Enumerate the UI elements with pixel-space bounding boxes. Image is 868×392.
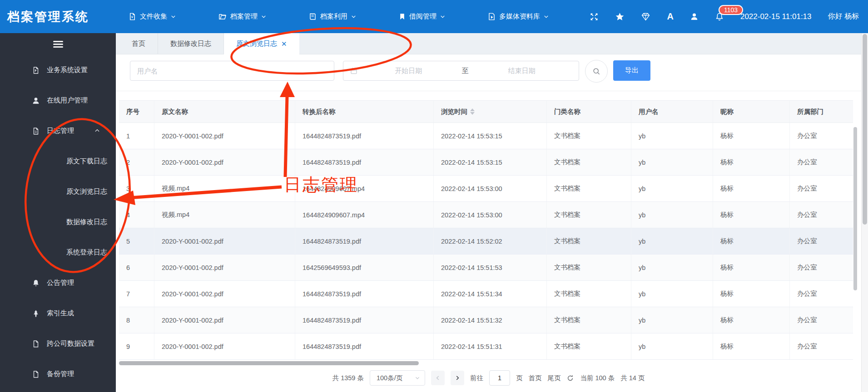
cell-original-name: 2020-Y-0001-002.pdf xyxy=(154,333,295,359)
table-row: 5 2020-Y-0001-002.pdf 1644824873519.pdf … xyxy=(119,228,853,255)
sidebar-item-label: 在线用户管理 xyxy=(47,96,88,105)
table-row: 6 2020-Y-0001-002.pdf 1642569649593.pdf … xyxy=(119,255,853,281)
cell-username: yb xyxy=(631,202,713,228)
nav-archive-management[interactable]: 档案管理 xyxy=(218,12,267,21)
tab-original-browse-log[interactable]: 原文浏览日志 ✕ xyxy=(224,33,299,54)
cell-index: 7 xyxy=(119,281,154,307)
cell-original-name: 视频.mp4 xyxy=(154,202,295,228)
sidebar-item-original-download-log[interactable]: 原文下载日志 xyxy=(0,146,116,176)
calendar-icon xyxy=(350,67,358,75)
sidebar-collapse-button[interactable] xyxy=(0,33,116,55)
prev-page-button[interactable] xyxy=(431,371,445,385)
cell-department: 办公室 xyxy=(790,176,853,201)
cell-username: yb xyxy=(631,255,713,280)
hamburger-icon xyxy=(53,41,63,42)
tab-home[interactable]: 首页 xyxy=(119,33,158,54)
font-size-icon[interactable]: A xyxy=(667,11,673,22)
cell-index: 3 xyxy=(119,176,154,201)
user-icon[interactable] xyxy=(690,12,699,21)
cell-index: 6 xyxy=(119,255,154,280)
goto-label: 前往 xyxy=(470,374,483,382)
sidebar-item-index-generation[interactable]: 索引生成 xyxy=(0,298,116,328)
sidebar: 业务系统设置 在线用户管理 日志管理 原文下载日志 原文浏览日志 数据修改日志 … xyxy=(0,33,116,392)
chevron-down-icon xyxy=(261,14,267,20)
cell-browse-time: 2022-02-14 15:52:02 xyxy=(434,228,547,254)
cell-nickname: 杨标 xyxy=(713,255,790,280)
document-icon xyxy=(128,12,137,21)
horizontal-scrollbar[interactable] xyxy=(119,361,419,365)
cell-category: 文书档案 xyxy=(547,281,631,307)
cell-nickname: 杨标 xyxy=(713,281,790,307)
page-number-input[interactable] xyxy=(489,370,510,386)
notification-bell-icon[interactable]: 1103 xyxy=(715,12,724,21)
sidebar-item-announcement[interactable]: 公告管理 xyxy=(0,268,116,298)
page-scrollbar[interactable] xyxy=(861,33,868,392)
username-input[interactable] xyxy=(130,61,334,81)
cell-category: 文书档案 xyxy=(547,202,631,228)
chevron-down-icon xyxy=(440,14,446,20)
sidebar-item-backup-management[interactable]: 备份管理 xyxy=(0,359,116,389)
sidebar-item-label: 公告管理 xyxy=(47,279,74,287)
cell-department: 办公室 xyxy=(790,281,853,307)
sidebar-item-cross-company-settings[interactable]: 跨公司数据设置 xyxy=(0,328,116,359)
user-greeting: 你好 杨标 xyxy=(828,12,859,21)
table-row: 8 2020-Y-0001-002.pdf 1644824873519.pdf … xyxy=(119,307,853,333)
export-button[interactable]: 导出 xyxy=(613,60,650,81)
cell-category: 文书档案 xyxy=(547,255,631,280)
spacer xyxy=(116,91,861,100)
next-page-button[interactable] xyxy=(451,371,464,385)
sidebar-item-label: 业务系统设置 xyxy=(47,66,88,74)
tab-bar: 首页 数据修改日志 原文浏览日志 ✕ xyxy=(116,33,861,54)
sidebar-item-original-browse-log[interactable]: 原文浏览日志 xyxy=(0,176,116,207)
cell-department: 办公室 xyxy=(790,255,853,280)
column-header-browse-time: 浏览时间 xyxy=(434,101,547,122)
cell-converted-name: 1644824873519.pdf xyxy=(295,333,434,359)
document-settings-icon xyxy=(32,66,40,74)
sidebar-item-system-login-log[interactable]: 系统登录日志 xyxy=(0,237,116,268)
bell-icon xyxy=(32,279,40,287)
cell-username: yb xyxy=(631,333,713,359)
cell-category: 文书档案 xyxy=(547,333,631,359)
column-header-original-name: 原文名称 xyxy=(154,101,295,122)
cell-browse-time: 2022-02-14 15:53:15 xyxy=(434,123,547,149)
nav-file-collection[interactable]: 文件收集 xyxy=(128,12,176,21)
page-size-select[interactable]: 100条/页 xyxy=(370,370,425,386)
favorite-star-icon[interactable] xyxy=(615,12,625,21)
theme-gem-icon[interactable] xyxy=(641,12,650,21)
cell-original-name: 2020-Y-0001-002.pdf xyxy=(154,228,295,254)
close-icon[interactable]: ✕ xyxy=(281,40,287,47)
sidebar-group-log-management[interactable]: 日志管理 xyxy=(0,116,116,146)
nav-multimedia-library[interactable]: 多媒体资料库 xyxy=(487,12,549,21)
last-page-button[interactable]: 尾页 xyxy=(547,374,560,382)
cell-nickname: 杨标 xyxy=(713,202,790,228)
cell-browse-time: 2022-02-14 15:53:15 xyxy=(434,149,547,175)
cell-converted-name: 1644824909607.mp4 xyxy=(295,202,434,228)
pagination-pages: 共 14 页 xyxy=(620,374,645,382)
cell-index: 4 xyxy=(119,202,154,228)
date-range-picker[interactable]: 开始日期 至 结束日期 xyxy=(343,61,579,81)
cell-username: yb xyxy=(631,176,713,201)
sidebar-item-data-modify-log[interactable]: 数据修改日志 xyxy=(0,207,116,237)
nav-archive-usage[interactable]: 档案利用 xyxy=(308,12,357,21)
search-button[interactable] xyxy=(585,60,608,83)
page-scrollbar-thumb[interactable] xyxy=(863,34,867,225)
cell-original-name: 2020-Y-0001-002.pdf xyxy=(154,123,295,149)
nav-label: 档案管理 xyxy=(230,12,258,21)
sort-caret-icon[interactable] xyxy=(470,108,475,115)
cell-nickname: 杨标 xyxy=(713,333,790,359)
tab-data-modify-log[interactable]: 数据修改日志 xyxy=(158,33,224,54)
end-date-placeholder[interactable]: 结束日期 xyxy=(471,67,573,75)
table-vertical-scrollbar[interactable] xyxy=(853,127,857,290)
start-date-placeholder[interactable]: 开始日期 xyxy=(358,67,459,75)
cell-original-name: 2020-Y-0001-002.pdf xyxy=(154,307,295,333)
chevron-left-icon xyxy=(435,375,441,381)
cell-converted-name: 1644824873519.pdf xyxy=(295,307,434,333)
sidebar-item-online-users[interactable]: 在线用户管理 xyxy=(0,85,116,116)
nav-borrow-management[interactable]: 借阅管理 xyxy=(398,12,446,21)
cell-browse-time: 2022-02-14 15:53:00 xyxy=(434,202,547,228)
sidebar-item-business-settings[interactable]: 业务系统设置 xyxy=(0,55,116,85)
column-header-department: 所属部门 xyxy=(790,101,853,122)
first-page-button[interactable]: 首页 xyxy=(528,374,541,382)
refresh-icon[interactable] xyxy=(566,374,574,382)
fullscreen-icon[interactable] xyxy=(590,12,599,21)
